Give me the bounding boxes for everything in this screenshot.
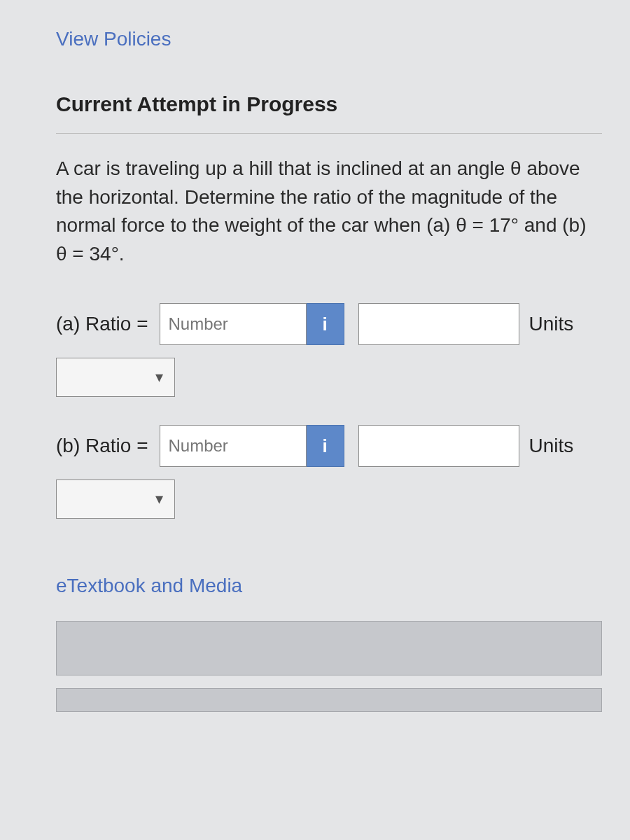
chevron-down-icon: ▾: [155, 368, 163, 386]
attempt-status: Current Attempt in Progress: [56, 92, 602, 116]
number-input-b[interactable]: [160, 425, 307, 467]
answer-label-a: (a) Ratio =: [56, 313, 148, 335]
units-dropdown-a[interactable]: ▾: [56, 358, 175, 397]
units-label-a: Units: [529, 313, 574, 335]
units-label-b: Units: [529, 435, 574, 457]
answer-block-b: (b) Ratio = i Units ▾: [56, 425, 602, 519]
divider: [56, 133, 602, 134]
units-input-a[interactable]: [358, 303, 519, 345]
question-text: A car is traveling up a hill that is inc…: [56, 155, 588, 268]
answer-block-a: (a) Ratio = i Units ▾: [56, 303, 602, 397]
number-input-a[interactable]: [160, 303, 307, 345]
action-bar[interactable]: [56, 621, 602, 676]
action-bar-secondary[interactable]: [56, 688, 602, 712]
cropped-edge: Nu wit Q Nu wit Q N w: [0, 0, 7, 840]
answer-label-b: (b) Ratio =: [56, 435, 148, 457]
units-input-b[interactable]: [358, 425, 519, 467]
etextbook-link[interactable]: eTextbook and Media: [56, 575, 602, 597]
chevron-down-icon: ▾: [155, 490, 163, 508]
info-icon[interactable]: i: [307, 303, 344, 345]
info-icon[interactable]: i: [307, 425, 344, 467]
question-page: Nu wit Q Nu wit Q N w View Policies Curr…: [0, 0, 630, 840]
view-policies-link[interactable]: View Policies: [56, 28, 602, 50]
units-dropdown-b[interactable]: ▾: [56, 479, 175, 519]
